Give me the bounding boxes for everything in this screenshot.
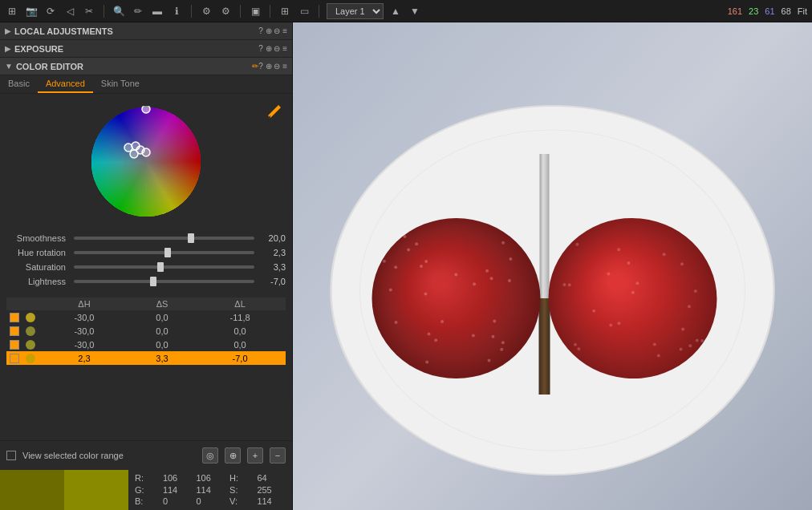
tool-icon-4[interactable]: ◁ <box>63 4 77 18</box>
row-dot-cell <box>22 338 39 351</box>
photo-canvas <box>293 22 812 510</box>
sep-5 <box>319 5 319 18</box>
color-wheel-canvas[interactable] <box>90 106 202 218</box>
local-adj-title: LOCAL ADJUSTMENTS <box>14 26 258 36</box>
tool-icon-8[interactable]: ▬ <box>150 4 164 18</box>
color-editor-edit-icon: ✏ <box>252 62 258 71</box>
lightness-track[interactable] <box>74 280 254 283</box>
table-row[interactable]: -30,0 0,0 0,0 <box>6 324 286 338</box>
s-val1: 255 <box>257 485 286 496</box>
sep-3 <box>240 5 241 18</box>
view-checkbox[interactable] <box>6 451 16 460</box>
tool-icon-9[interactable]: ℹ <box>169 4 184 18</box>
row-dh: -30,0 <box>39 324 130 338</box>
color-wheel[interactable] <box>90 106 202 218</box>
tool-icon-7[interactable]: ✏ <box>131 4 145 18</box>
b-val2: 0 <box>196 496 225 507</box>
h-label: H: <box>229 473 252 484</box>
row-check-cell[interactable] <box>6 351 22 365</box>
b-val1: 0 <box>163 496 192 507</box>
tool-icon-2[interactable]: 📷 <box>24 4 39 18</box>
color-editor-title: COLOR EDITOR <box>16 62 249 71</box>
circle-icon-btn[interactable]: ◎ <box>202 447 218 463</box>
right-content <box>293 22 812 510</box>
coord-g: 23 <box>749 6 758 16</box>
tab-advanced[interactable]: Advanced <box>38 75 93 93</box>
sep-4 <box>270 5 270 18</box>
row-check-cell[interactable] <box>6 310 22 324</box>
saturation-track[interactable] <box>74 265 254 269</box>
smoothness-thumb[interactable] <box>188 233 194 243</box>
row-dl: -7,0 <box>194 351 286 365</box>
saturation-row: Saturation 3,3 <box>6 262 286 272</box>
tool-icon-1[interactable]: ⊞ <box>5 4 19 18</box>
color-editor-arrow: ▼ <box>5 62 13 71</box>
tool-icon-11[interactable]: ⚙ <box>218 4 233 18</box>
row-dl: -11,8 <box>194 310 286 324</box>
remove-icon-btn[interactable]: − <box>270 447 286 463</box>
lightness-label: Lightness <box>6 277 71 286</box>
tool-icon-12[interactable]: ▣ <box>248 4 262 18</box>
table-row[interactable]: 2,3 3,3 -7,0 <box>6 351 286 365</box>
exposure-header[interactable]: ▶ EXPOSURE ? ⊕ ⊖ ≡ <box>0 40 292 58</box>
exposure-arrow: ▶ <box>5 44 11 53</box>
swatch-right <box>64 470 128 510</box>
coord-display: 161 23 61 68 <box>728 6 791 16</box>
lightness-thumb[interactable] <box>150 277 156 286</box>
col-dh: ΔH <box>39 298 130 310</box>
tool-icon-10[interactable]: ⚙ <box>199 4 213 18</box>
saturation-thumb[interactable] <box>157 262 164 272</box>
tool-icon-6[interactable]: 🔍 <box>112 4 126 18</box>
fit-button[interactable]: Fit <box>798 6 807 16</box>
left-panel: ▶ LOCAL ADJUSTMENTS ? ⊕ ⊖ ≡ ▶ EXPOSURE ?… <box>0 22 293 510</box>
add-icon-btn[interactable]: + <box>247 447 263 463</box>
tab-skin-tone[interactable]: Skin Tone <box>93 75 148 93</box>
hue-rotation-thumb[interactable] <box>164 248 171 257</box>
local-adjustments-header[interactable]: ▶ LOCAL ADJUSTMENTS ? ⊕ ⊖ ≡ <box>0 22 292 40</box>
col-ds: ΔS <box>130 298 194 310</box>
smoothness-value: 20,0 <box>258 233 286 243</box>
row-dh: 2,3 <box>39 351 130 365</box>
layer-select[interactable]: Layer 1 <box>327 3 384 19</box>
layer-arrow-down[interactable]: ▼ <box>408 4 422 18</box>
view-icon-grid[interactable]: ⊞ <box>278 4 292 18</box>
color-table-wrapper: ΔH ΔS ΔL -30,0 0,0 -11,8 <box>0 294 292 365</box>
coord-a: 68 <box>782 6 791 16</box>
lightness-value: -7,0 <box>258 277 286 286</box>
row-ds: 0,0 <box>130 338 194 351</box>
sliders-area: Smoothness 20,0 Hue rotation 2,3 Saturat… <box>0 230 292 294</box>
r-label: R: <box>135 473 158 484</box>
tool-icon-3[interactable]: ⟳ <box>43 4 58 18</box>
row-dh: -30,0 <box>39 310 130 324</box>
picker-icon-btn[interactable]: ⊕ <box>225 447 241 463</box>
row-dh: -30,0 <box>39 338 130 351</box>
view-icon-single[interactable]: ▭ <box>297 4 311 18</box>
exposure-title: EXPOSURE <box>14 44 258 54</box>
tab-bar: Basic Advanced Skin Tone <box>0 75 292 94</box>
lightness-row: Lightness -7,0 <box>6 277 286 286</box>
smoothness-track[interactable] <box>74 237 254 240</box>
v-val1: 114 <box>257 496 286 507</box>
layer-arrow-up[interactable]: ▲ <box>388 4 403 18</box>
row-check-cell[interactable] <box>6 324 22 338</box>
swatch-area: R: 106 106 H: 64 G: 114 114 S: 255 B: 0 … <box>0 470 292 510</box>
hue-rotation-track[interactable] <box>74 251 254 254</box>
coord-b: 61 <box>765 6 774 16</box>
smoothness-row: Smoothness 20,0 <box>6 233 286 243</box>
color-info: R: 106 106 H: 64 G: 114 114 S: 255 B: 0 … <box>128 470 292 510</box>
hue-rotation-label: Hue rotation <box>6 248 71 257</box>
tool-icon-5[interactable]: ✂ <box>82 4 96 18</box>
row-ds: 0,0 <box>130 324 194 338</box>
table-row[interactable]: -30,0 0,0 0,0 <box>6 338 286 351</box>
color-editor-header[interactable]: ▼ COLOR EDITOR ✏ ? ⊕ ⊖ ≡ <box>0 58 292 75</box>
sep-1 <box>104 5 104 18</box>
row-ds: 0,0 <box>130 310 194 324</box>
local-adj-arrow: ▶ <box>5 26 11 35</box>
tab-basic[interactable]: Basic <box>0 75 38 93</box>
row-check-cell[interactable] <box>6 338 22 351</box>
r-val1: 106 <box>163 473 192 484</box>
eyedropper-icon[interactable] <box>266 103 282 121</box>
table-row[interactable]: -30,0 0,0 -11,8 <box>6 310 286 324</box>
spacer <box>0 365 292 440</box>
col-dl: ΔL <box>194 298 286 310</box>
